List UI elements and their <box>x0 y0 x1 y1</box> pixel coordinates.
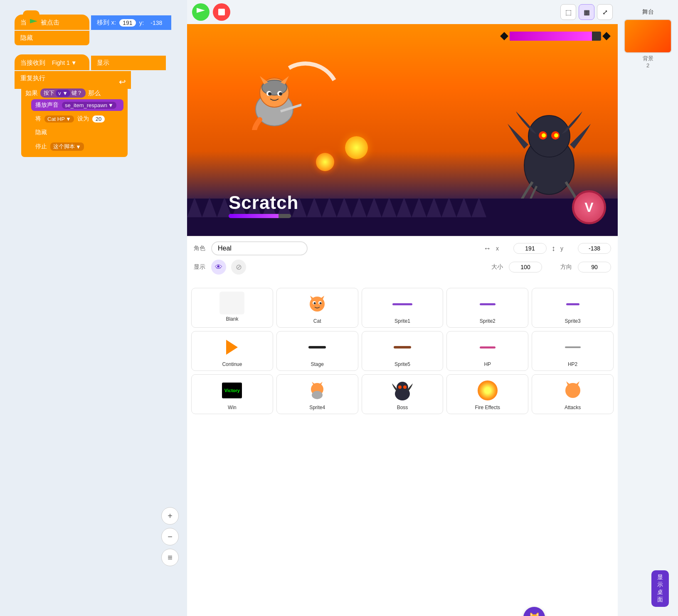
fullscreen-btn[interactable]: ⤢ <box>597 4 613 20</box>
hide-block-2[interactable]: 隐藏 <box>31 127 123 138</box>
x-input[interactable] <box>513 243 547 254</box>
svg-point-16 <box>554 133 558 137</box>
key-condition[interactable]: 按下 v ▼ 键？ <box>40 88 86 98</box>
spike <box>412 197 427 217</box>
svg-point-7 <box>268 92 271 96</box>
hp2-icon <box>560 335 585 360</box>
spike <box>202 197 217 217</box>
scratch-title: Scratch <box>229 192 298 213</box>
stop-btn[interactable] <box>213 3 230 21</box>
zoom-out-btn[interactable]: − <box>161 528 179 545</box>
sprite-card-boss[interactable]: Boss <box>362 374 444 414</box>
attacks-icon <box>560 378 585 403</box>
blank-sprite-name: Blank <box>226 316 238 322</box>
show-visible-btn[interactable]: 👁 <box>211 260 226 275</box>
green-flag-btn[interactable] <box>192 3 210 21</box>
heart-button[interactable]: V <box>572 190 606 224</box>
spike <box>322 197 337 217</box>
props-row-1: 角色 ↔ x ↕ y <box>194 241 611 255</box>
set-value-input[interactable]: 20 <box>92 115 105 123</box>
sprite4-icon <box>305 378 330 403</box>
hide-block-1[interactable]: 隐藏 <box>15 31 89 45</box>
sprite-card-fire-effects[interactable]: Fire Effects <box>446 374 528 414</box>
zoom-reset-btn[interactable]: ≡ <box>161 549 179 566</box>
block10-label: 隐藏 <box>35 129 47 136</box>
layout-controls: ⬚ ▦ ⤢ <box>560 4 613 20</box>
layout-2-icon: ▦ <box>584 8 590 16</box>
block2-label: 移到 x: <box>97 19 116 27</box>
direction-input[interactable] <box>578 262 611 272</box>
if-container: 如果 按下 v ▼ 键？ 那么 <box>21 85 128 157</box>
sprite-card-sprite1[interactable]: Sprite1 <box>362 288 444 328</box>
key-dropdown[interactable]: v ▼ <box>56 90 70 97</box>
sprite-card-cat[interactable]: Cat <box>276 288 358 328</box>
fire-effects-icon <box>475 378 500 403</box>
layout-btn-1[interactable]: ⬚ <box>560 4 576 20</box>
backdrop-count: 2 <box>646 62 649 69</box>
boss-monster <box>505 99 593 207</box>
sprite2-name: Sprite2 <box>480 318 496 324</box>
then-label: 那么 <box>88 89 101 97</box>
spike <box>382 197 397 217</box>
zoom-in-btn[interactable]: + <box>161 507 179 525</box>
show-label: 显示 <box>194 263 206 271</box>
var-dropdown[interactable]: Cat HP ▼ <box>44 115 74 123</box>
spike <box>456 197 471 217</box>
set-var-block[interactable]: 将 Cat HP ▼ 设为 20 <box>31 113 123 125</box>
backdrop-label: 背景 <box>643 55 653 62</box>
sprite-card-sprite3[interactable]: Sprite3 <box>532 288 614 328</box>
y-axis-icon: ↕ <box>552 244 555 253</box>
show-desktop-btn[interactable]: 显示桌面 <box>651 570 669 607</box>
layout-btn-2[interactable]: ▦ <box>579 4 594 20</box>
stop-dropdown[interactable]: 这个脚本 ▼ <box>50 142 84 151</box>
flag-icon <box>30 19 37 27</box>
sprite-card-sprite5[interactable]: Sprite5 <box>362 331 444 371</box>
show-block[interactable]: 显示 <box>91 56 166 70</box>
x-value-input[interactable]: 191 <box>119 19 136 27</box>
sprite-card-sprite4[interactable]: Sprite4 <box>276 374 358 414</box>
when-receive-block[interactable]: 当接收到 Fight 1 ▼ <box>15 54 89 70</box>
repeat-block[interactable]: 重复执行 如果 按下 v ▼ 键？ <box>15 71 131 89</box>
stage-thumbnail[interactable] <box>624 19 672 53</box>
sprite-card-blank[interactable]: Blank <box>191 288 273 328</box>
sprite-card-win[interactable]: Victory Win <box>191 374 273 414</box>
when-flag-block[interactable]: 当 被点击 <box>15 15 89 30</box>
sound-dropdown[interactable]: se_item_respawn ▼ <box>62 102 116 109</box>
attacks-name: Attacks <box>565 405 581 410</box>
spike <box>427 197 441 217</box>
block1-suffix: 被点击 <box>41 19 59 27</box>
spike <box>307 197 322 217</box>
sprite-card-stage[interactable]: Stage <box>276 331 358 371</box>
flag-icon-btn <box>197 8 205 16</box>
sprite-card-continue[interactable]: Continue <box>191 331 273 371</box>
x-axis-icon: ↔ <box>483 244 491 253</box>
sprite-card-attacks[interactable]: Attacks <box>532 374 614 414</box>
block3-label: 隐藏 <box>20 34 33 42</box>
add-sprite-icon: 🐱 <box>529 612 540 616</box>
blank-sprite-icon <box>219 292 244 314</box>
properties-panel: 角色 ↔ x ↕ y 显示 👁 ⊘ 大小 方向 <box>187 236 618 284</box>
sprite5-name: Sprite5 <box>394 361 410 367</box>
block-group-2: 当接收到 Fight 1 ▼ 显示 重复执行 如果 <box>15 54 173 90</box>
top-toolbar: ⬚ ▦ ⤢ <box>187 0 618 24</box>
message-dropdown[interactable]: Fight 1 ▼ <box>49 59 80 67</box>
size-input[interactable] <box>509 262 542 272</box>
y-label: y <box>560 245 573 252</box>
stop-block[interactable]: 停止 这个脚本 ▼ <box>31 140 123 153</box>
y-value-input[interactable]: -138 <box>147 19 165 27</box>
hp-bar-container <box>501 32 609 41</box>
sprite-name-input[interactable] <box>211 241 308 255</box>
show-hidden-btn[interactable]: ⊘ <box>231 260 246 275</box>
right-panel: 舞台 背景 2 显示桌面 <box>618 0 678 616</box>
move-to-block[interactable]: 移到 x: 191 y: -138 <box>91 15 171 30</box>
sprite-label: 角色 <box>194 245 206 252</box>
sprite-card-sprite2[interactable]: Sprite2 <box>446 288 528 328</box>
sprite-card-hp[interactable]: HP <box>446 331 528 371</box>
block5-label: 显示 <box>97 59 109 67</box>
sprite3-name: Sprite3 <box>565 318 581 324</box>
sprite-card-hp2[interactable]: HP2 <box>532 331 614 371</box>
play-sound-block[interactable]: 播放声音 se_item_respawn ▼ <box>31 99 123 111</box>
y-input[interactable] <box>578 243 611 254</box>
loop-arrow: ↩ <box>119 77 126 87</box>
svg-point-32 <box>565 383 580 398</box>
